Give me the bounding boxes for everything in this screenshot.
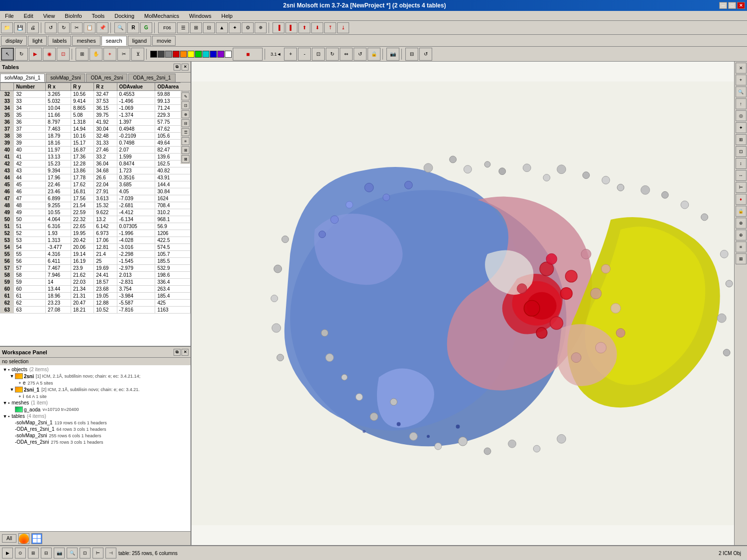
status-icon7[interactable]: ⊣	[105, 548, 116, 559]
side-btn-more[interactable]: ⊠	[182, 155, 189, 163]
status-icon3[interactable]: 📷	[54, 548, 65, 559]
panel-float-btn[interactable]: ⧉	[174, 64, 181, 71]
tb-icon3[interactable]: ⊟	[203, 22, 215, 33]
color-black[interactable]	[150, 51, 157, 58]
menu-bioinfo[interactable]: BioInfo	[62, 12, 85, 20]
tool-pick[interactable]: ⊞	[76, 48, 89, 61]
table-row[interactable]: 464623.4616.8127.914.0530.84	[0, 188, 190, 195]
color-blue[interactable]	[210, 51, 217, 58]
tool-grab[interactable]: ✋	[90, 48, 102, 61]
tool-undo2[interactable]: ↺	[419, 48, 432, 61]
table-row[interactable]: 353511.665.0839.75-1.374229.3	[0, 112, 190, 119]
ws-section-meshes[interactable]: ▼ ▪ meshes (1 item)	[1, 400, 189, 406]
rt-r11[interactable]: ⊗	[736, 218, 747, 229]
tool-camera[interactable]: 📷	[386, 48, 399, 61]
table-row[interactable]: 33335.0329.41437.53-1.49699.13	[0, 98, 190, 105]
col-header-number[interactable]: Number	[14, 83, 46, 91]
rt-r14[interactable]: ⊠	[736, 253, 747, 264]
menu-file[interactable]: File	[2, 12, 17, 20]
table-row[interactable]: 5454-3.47720.0612.81-3.016574.5	[0, 244, 190, 251]
tb-del5[interactable]: ⤒	[324, 22, 336, 33]
table-row[interactable]: 51516.31622.656.1420.0730556.9	[0, 223, 190, 230]
ws-item-gaoda[interactable]: g_aoda v=10710 tr=20400	[1, 406, 189, 413]
table-row[interactable]: 53531.31320.4217.06-4.028422.5	[0, 237, 190, 244]
rt-r6[interactable]: ↕	[736, 158, 747, 169]
side-btn-filter[interactable]: ⊡	[182, 101, 189, 109]
tb-del4[interactable]: ⬇	[311, 22, 323, 33]
status-icon4[interactable]: 🔍	[67, 548, 78, 559]
menu-view[interactable]: View	[40, 12, 58, 20]
table-row[interactable]: 444417.9617.7826.60.351643.91	[0, 174, 190, 181]
rt-r7[interactable]: ↔	[736, 170, 747, 181]
table-row[interactable]: 52521.9319.956.973-1.9961206	[0, 230, 190, 237]
tab-oda-res-2sni[interactable]: ODA_res_2sni	[86, 74, 127, 82]
color-darkgray[interactable]	[158, 51, 165, 58]
tb-icon4[interactable]: ▲	[216, 22, 228, 33]
side-btn-zoom-out[interactable]: ⊟	[182, 119, 189, 127]
rt-r4[interactable]: ⊞	[736, 134, 747, 145]
table-row[interactable]: 404011.9716.8727.462.0782.47	[0, 147, 190, 154]
ws-item-2sni[interactable]: ▼ 2sni [1] ICM, 2.1Å, subtilisin novo; c…	[1, 373, 189, 380]
tool-rotate2[interactable]: ↻	[326, 48, 339, 61]
mode-search[interactable]: search	[101, 36, 127, 46]
table-row[interactable]: 343410.048.86536.15-1.06971.24	[0, 105, 190, 112]
tb-paste[interactable]: 📌	[96, 22, 108, 33]
table-row[interactable]: 626223.2320.4712.88-5.587425	[0, 300, 190, 307]
rt-r2[interactable]: ◎	[736, 110, 747, 121]
table-row[interactable]: 424215.2312.2836.040.8474162.5	[0, 160, 190, 167]
ws-item-2sni1-i[interactable]: + i 64 A 1 site	[1, 393, 189, 400]
tb-print[interactable]: 🖨	[27, 22, 39, 33]
rt-r13[interactable]: ≡	[736, 241, 747, 252]
rt-r10[interactable]: 🔒	[736, 206, 747, 217]
tb-f06[interactable]: F06	[158, 22, 176, 33]
ws-section-objects[interactable]: ▼ ▪ objects (2 items)	[1, 366, 189, 373]
tool-stereo[interactable]: ⊟	[405, 48, 418, 61]
ws-table-solvmap-2sni-1[interactable]: -solvMap_2sni_1 119 rows 6 cols 1 header…	[1, 419, 189, 426]
tb-find[interactable]: 🔍	[114, 22, 126, 33]
table-row[interactable]: 50504.06422.3213.2-6.134968.1	[0, 216, 190, 223]
tb-del2[interactable]: ▌	[285, 22, 297, 33]
color-orange[interactable]	[180, 51, 187, 58]
tool-lock[interactable]: 🔒	[368, 48, 380, 61]
table-row[interactable]: 414113.1317.3633.21.599139.6	[0, 154, 190, 160]
color-green[interactable]	[195, 51, 202, 58]
status-icon1[interactable]: ⊞	[28, 548, 39, 559]
ws-table-oda-res-2sni-1[interactable]: -ODA_res_2sni_1 64 rows 3 cols 1 headers	[1, 426, 189, 432]
table-row[interactable]: 48489.25521.5415.32-2.681708.4	[0, 202, 190, 209]
close-button[interactable]: ✕	[737, 2, 745, 9]
tb-icon2[interactable]: ⊞	[190, 22, 202, 33]
menu-tools[interactable]: Tools	[89, 12, 108, 20]
side-btn-rows[interactable]: ≡	[182, 137, 189, 145]
color-red[interactable]	[173, 51, 180, 58]
table-row[interactable]: 636327.0818.2110.52-7.8161163	[0, 307, 190, 314]
tb-icon6[interactable]: ⚙	[242, 22, 254, 33]
tool-zoom-out[interactable]: -	[298, 48, 311, 61]
color-gray[interactable]	[165, 51, 172, 58]
mode-light[interactable]: light	[28, 36, 47, 46]
tool-spin[interactable]: ↺	[354, 48, 367, 61]
table-row[interactable]: 454522.4617.6222.043.685144.4	[0, 181, 190, 188]
tb-icon7[interactable]: ✵	[255, 22, 267, 33]
tool-select[interactable]: ↖	[1, 48, 14, 61]
tab-solvmap-2sni[interactable]: solvMap_2sni	[46, 74, 85, 82]
tb-del1[interactable]: ▐	[273, 22, 284, 33]
ws-fire-btn[interactable]	[18, 533, 29, 544]
tb-save[interactable]: 💾	[14, 22, 26, 33]
mode-labels[interactable]: labels	[48, 36, 71, 46]
table-row[interactable]: 606013.4421.3423.683.754263.4	[0, 286, 190, 293]
status-play[interactable]: ▶	[2, 548, 13, 559]
menu-windows[interactable]: Windows	[186, 12, 214, 20]
status-icon6[interactable]: ⊢	[93, 548, 103, 559]
rt-r1[interactable]: ↑	[736, 98, 747, 109]
tb-redo[interactable]: ↻	[58, 22, 70, 33]
tab-solvmap-2sni-1[interactable]: solvMap_2sni_1	[0, 74, 45, 82]
minimize-button[interactable]: ─	[719, 2, 727, 9]
color-yellow[interactable]	[187, 51, 194, 58]
panel-close-btn[interactable]: ✕	[182, 64, 188, 71]
rt-r5[interactable]: ⊡	[736, 146, 747, 157]
table-row[interactable]: 57577.46723.919.69-2.979532.9	[0, 265, 190, 272]
col-header-odaarea[interactable]: ODAarea	[155, 83, 190, 91]
status-icon2[interactable]: ⊟	[41, 548, 52, 559]
mol-viewer[interactable]	[191, 62, 734, 545]
table-row[interactable]: 59591422.0318.57-2.831336.4	[0, 279, 190, 286]
